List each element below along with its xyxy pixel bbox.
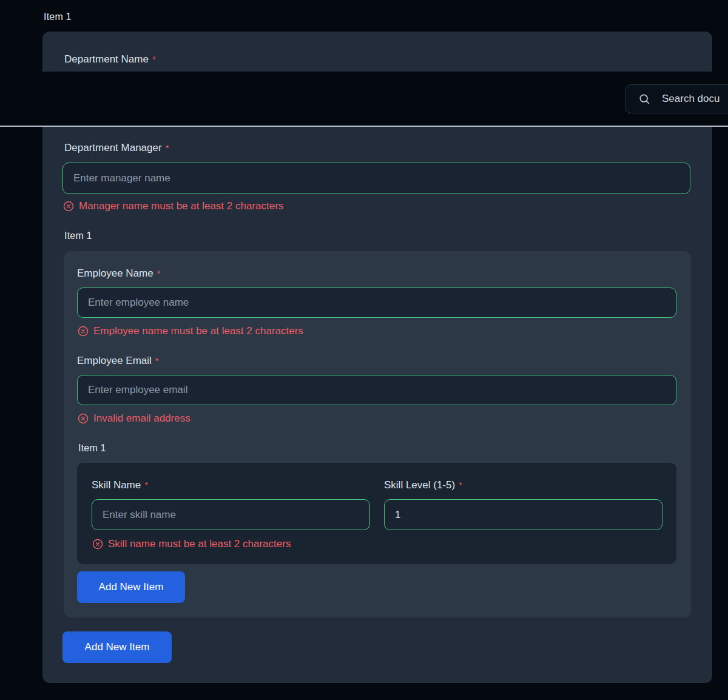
search-input[interactable]: Search docu [625,84,728,113]
skill-name-error: Skill name must be at least 2 characters [92,538,291,550]
department-name-label: Department Name* [64,53,156,66]
employee-email-label: Employee Email* [77,355,159,367]
required-asterisk: * [144,480,148,490]
employee-name-label: Employee Name* [77,268,161,280]
page: Item 1 Department Name* Search docu Depa… [0,0,728,700]
skill-name-input[interactable] [92,499,370,530]
search-icon [638,93,650,105]
skill-item-label: Item 1 [78,443,106,454]
skill-level-label: Skill Level (1-5)* [384,479,462,491]
department-card-top: Department Name* [42,32,712,72]
error-circle-x-icon [92,539,103,550]
employee-name-error: Employee name must be at least 2 charact… [78,325,303,337]
required-asterisk: * [155,355,159,366]
required-asterisk: * [166,143,169,153]
department-card: Department Manager* Manager name must be… [42,127,712,683]
employee-email-input[interactable] [77,375,676,405]
department-manager-input[interactable] [62,163,690,194]
department-manager-label: Department Manager* [64,142,169,154]
search-text: Search docu [662,93,720,105]
required-asterisk: * [157,268,161,278]
manager-error-text: Manager name must be at least 2 characte… [79,200,283,212]
skill-name-label: Skill Name* [92,479,148,491]
required-asterisk: * [459,480,462,490]
skill-name-error-text: Skill name must be at least 2 characters [108,538,291,550]
error-circle-x-icon [63,201,74,212]
employee-name-input[interactable] [77,288,676,318]
add-skill-button[interactable]: Add New Item [77,571,185,603]
manager-error: Manager name must be at least 2 characte… [63,200,283,212]
sticky-header: Search docu [0,72,728,127]
skill-level-input[interactable] [384,499,662,530]
employee-card: Employee Name* Employee name must be at … [64,251,691,618]
error-circle-x-icon [78,413,89,424]
required-asterisk: * [152,54,156,64]
skill-card: Skill Name* Skill Level (1-5)* Skill nam… [77,463,676,564]
error-circle-x-icon [78,326,89,337]
employee-name-error-text: Employee name must be at least 2 charact… [93,325,303,337]
top-item-label: Item 1 [44,12,72,22]
employee-item-label: Item 1 [64,231,92,241]
add-employee-button[interactable]: Add New Item [62,631,172,663]
employee-email-error: Invalid email address [78,412,190,425]
employee-email-error-text: Invalid email address [93,412,190,425]
